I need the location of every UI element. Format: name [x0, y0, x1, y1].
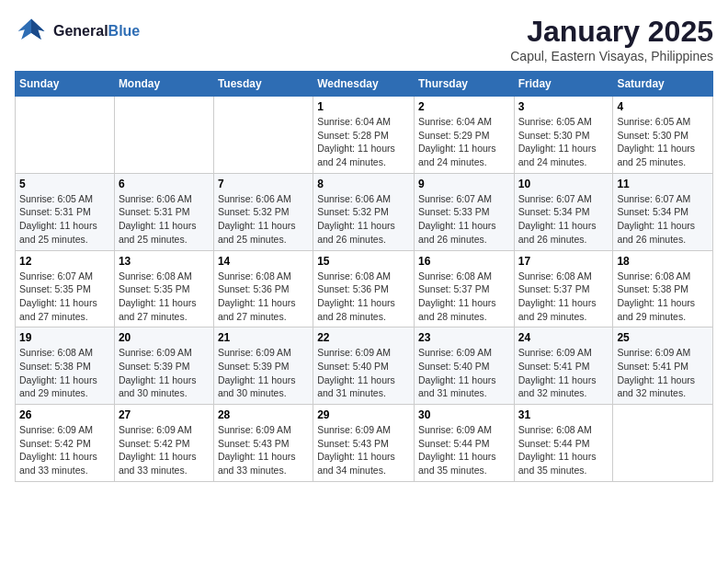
- header-saturday: Saturday: [613, 72, 713, 97]
- day-number: 30: [418, 408, 510, 421]
- day-info: Sunrise: 6:09 AM Sunset: 5:43 PM Dayligh…: [317, 423, 410, 477]
- day-info: Sunrise: 6:07 AM Sunset: 5:35 PM Dayligh…: [19, 270, 110, 324]
- day-info: Sunrise: 6:05 AM Sunset: 5:30 PM Dayligh…: [518, 115, 609, 169]
- day-info: Sunrise: 6:08 AM Sunset: 5:35 PM Dayligh…: [119, 270, 210, 324]
- day-number: 5: [19, 178, 110, 190]
- title-area: January 2025 Capul, Eastern Visayas, Phi…: [510, 15, 713, 63]
- logo-text: GeneralBlue: [53, 23, 140, 40]
- calendar-cell-w1-d6: 11Sunrise: 6:07 AM Sunset: 5:34 PM Dayli…: [613, 173, 713, 250]
- day-info: Sunrise: 6:06 AM Sunset: 5:32 PM Dayligh…: [218, 192, 309, 247]
- week-row-3: 19Sunrise: 6:08 AM Sunset: 5:38 PM Dayli…: [16, 327, 713, 405]
- day-info: Sunrise: 6:07 AM Sunset: 5:34 PM Dayligh…: [518, 192, 609, 247]
- week-row-1: 5Sunrise: 6:05 AM Sunset: 5:31 PM Daylig…: [16, 173, 713, 250]
- day-info: Sunrise: 6:06 AM Sunset: 5:32 PM Dayligh…: [317, 192, 410, 247]
- day-number: 2: [418, 100, 510, 113]
- day-info: Sunrise: 6:08 AM Sunset: 5:36 PM Dayligh…: [317, 270, 410, 324]
- day-number: 4: [617, 100, 709, 113]
- calendar-cell-w4-d1: 27Sunrise: 6:09 AM Sunset: 5:42 PM Dayli…: [114, 405, 213, 482]
- day-number: 19: [19, 331, 110, 344]
- day-number: 11: [617, 178, 709, 190]
- day-number: 26: [19, 408, 110, 421]
- header-monday: Monday: [114, 72, 213, 97]
- calendar-cell-w3-d1: 20Sunrise: 6:09 AM Sunset: 5:39 PM Dayli…: [114, 327, 213, 405]
- day-number: 20: [119, 331, 210, 344]
- day-number: 17: [518, 255, 609, 268]
- day-number: 29: [317, 408, 410, 421]
- day-info: Sunrise: 6:09 AM Sunset: 5:41 PM Dayligh…: [518, 346, 609, 400]
- calendar-cell-w0-d2: [213, 97, 313, 174]
- day-number: 8: [317, 178, 410, 190]
- calendar-cell-w0-d6: 4Sunrise: 6:05 AM Sunset: 5:30 PM Daylig…: [613, 97, 713, 174]
- calendar-cell-w3-d4: 23Sunrise: 6:09 AM Sunset: 5:40 PM Dayli…: [414, 327, 514, 405]
- logo: GeneralBlue: [15, 15, 140, 48]
- day-number: 25: [617, 331, 709, 344]
- calendar-cell-w2-d6: 18Sunrise: 6:08 AM Sunset: 5:38 PM Dayli…: [613, 250, 713, 327]
- day-number: 23: [418, 331, 510, 344]
- header-friday: Friday: [514, 72, 613, 97]
- day-number: 14: [218, 255, 309, 268]
- calendar-cell-w3-d6: 25Sunrise: 6:09 AM Sunset: 5:41 PM Dayli…: [613, 327, 713, 405]
- day-number: 12: [19, 255, 110, 268]
- day-info: Sunrise: 6:09 AM Sunset: 5:43 PM Dayligh…: [218, 423, 309, 477]
- day-info: Sunrise: 6:09 AM Sunset: 5:40 PM Dayligh…: [317, 346, 410, 400]
- location: Capul, Eastern Visayas, Philippines: [510, 49, 713, 63]
- day-number: 1: [317, 100, 410, 113]
- week-row-0: 1Sunrise: 6:04 AM Sunset: 5:28 PM Daylig…: [16, 97, 713, 174]
- calendar-cell-w2-d2: 14Sunrise: 6:08 AM Sunset: 5:36 PM Dayli…: [213, 250, 313, 327]
- day-number: 3: [518, 100, 609, 113]
- calendar-cell-w3-d2: 21Sunrise: 6:09 AM Sunset: 5:39 PM Dayli…: [213, 327, 313, 405]
- calendar-cell-w3-d3: 22Sunrise: 6:09 AM Sunset: 5:40 PM Dayli…: [313, 327, 415, 405]
- calendar-cell-w1-d3: 8Sunrise: 6:06 AM Sunset: 5:32 PM Daylig…: [313, 173, 415, 250]
- calendar-cell-w2-d3: 15Sunrise: 6:08 AM Sunset: 5:36 PM Dayli…: [313, 250, 415, 327]
- day-number: 21: [218, 331, 309, 344]
- calendar-header-row: Sunday Monday Tuesday Wednesday Thursday…: [16, 72, 713, 97]
- day-number: 9: [418, 178, 510, 190]
- week-row-2: 12Sunrise: 6:07 AM Sunset: 5:35 PM Dayli…: [16, 250, 713, 327]
- calendar-cell-w2-d1: 13Sunrise: 6:08 AM Sunset: 5:35 PM Dayli…: [114, 250, 213, 327]
- day-number: 6: [119, 178, 210, 190]
- day-number: 18: [617, 255, 709, 268]
- calendar-cell-w1-d1: 6Sunrise: 6:06 AM Sunset: 5:31 PM Daylig…: [114, 173, 213, 250]
- day-info: Sunrise: 6:08 AM Sunset: 5:37 PM Dayligh…: [418, 270, 510, 324]
- calendar-cell-w2-d4: 16Sunrise: 6:08 AM Sunset: 5:37 PM Dayli…: [414, 250, 514, 327]
- day-info: Sunrise: 6:08 AM Sunset: 5:37 PM Dayligh…: [518, 270, 609, 324]
- calendar-cell-w4-d5: 31Sunrise: 6:08 AM Sunset: 5:44 PM Dayli…: [514, 405, 613, 482]
- header-tuesday: Tuesday: [213, 72, 313, 97]
- calendar-cell-w4-d2: 28Sunrise: 6:09 AM Sunset: 5:43 PM Dayli…: [213, 405, 313, 482]
- week-row-4: 26Sunrise: 6:09 AM Sunset: 5:42 PM Dayli…: [16, 405, 713, 482]
- day-info: Sunrise: 6:09 AM Sunset: 5:39 PM Dayligh…: [218, 346, 309, 400]
- calendar-cell-w4-d0: 26Sunrise: 6:09 AM Sunset: 5:42 PM Dayli…: [16, 405, 115, 482]
- calendar-cell-w1-d2: 7Sunrise: 6:06 AM Sunset: 5:32 PM Daylig…: [213, 173, 313, 250]
- day-info: Sunrise: 6:09 AM Sunset: 5:42 PM Dayligh…: [19, 423, 110, 477]
- calendar-cell-w0-d1: [114, 97, 213, 174]
- header-thursday: Thursday: [414, 72, 514, 97]
- calendar-cell-w0-d3: 1Sunrise: 6:04 AM Sunset: 5:28 PM Daylig…: [313, 97, 415, 174]
- day-number: 27: [119, 408, 210, 421]
- day-info: Sunrise: 6:08 AM Sunset: 5:44 PM Dayligh…: [518, 423, 609, 477]
- day-info: Sunrise: 6:05 AM Sunset: 5:31 PM Dayligh…: [19, 192, 110, 247]
- day-number: 28: [218, 408, 309, 421]
- calendar-table: Sunday Monday Tuesday Wednesday Thursday…: [15, 71, 713, 482]
- day-info: Sunrise: 6:04 AM Sunset: 5:29 PM Dayligh…: [418, 115, 510, 169]
- day-info: Sunrise: 6:08 AM Sunset: 5:38 PM Dayligh…: [617, 270, 709, 324]
- logo-icon: [15, 15, 48, 48]
- svg-marker-1: [31, 19, 44, 40]
- day-number: 7: [218, 178, 309, 190]
- day-number: 10: [518, 178, 609, 190]
- day-info: Sunrise: 6:06 AM Sunset: 5:31 PM Dayligh…: [119, 192, 210, 247]
- page-header: GeneralBlue January 2025 Capul, Eastern …: [15, 15, 713, 63]
- header-sunday: Sunday: [16, 72, 115, 97]
- day-info: Sunrise: 6:09 AM Sunset: 5:44 PM Dayligh…: [418, 423, 510, 477]
- day-number: 15: [317, 255, 410, 268]
- day-info: Sunrise: 6:07 AM Sunset: 5:33 PM Dayligh…: [418, 192, 510, 247]
- day-info: Sunrise: 6:09 AM Sunset: 5:41 PM Dayligh…: [617, 346, 709, 400]
- day-number: 13: [119, 255, 210, 268]
- month-title: January 2025: [510, 15, 713, 49]
- calendar-cell-w3-d0: 19Sunrise: 6:08 AM Sunset: 5:38 PM Dayli…: [16, 327, 115, 405]
- day-info: Sunrise: 6:09 AM Sunset: 5:40 PM Dayligh…: [418, 346, 510, 400]
- day-info: Sunrise: 6:05 AM Sunset: 5:30 PM Dayligh…: [617, 115, 709, 169]
- calendar-cell-w4-d4: 30Sunrise: 6:09 AM Sunset: 5:44 PM Dayli…: [414, 405, 514, 482]
- day-info: Sunrise: 6:07 AM Sunset: 5:34 PM Dayligh…: [617, 192, 709, 247]
- calendar-cell-w0-d5: 3Sunrise: 6:05 AM Sunset: 5:30 PM Daylig…: [514, 97, 613, 174]
- day-number: 16: [418, 255, 510, 268]
